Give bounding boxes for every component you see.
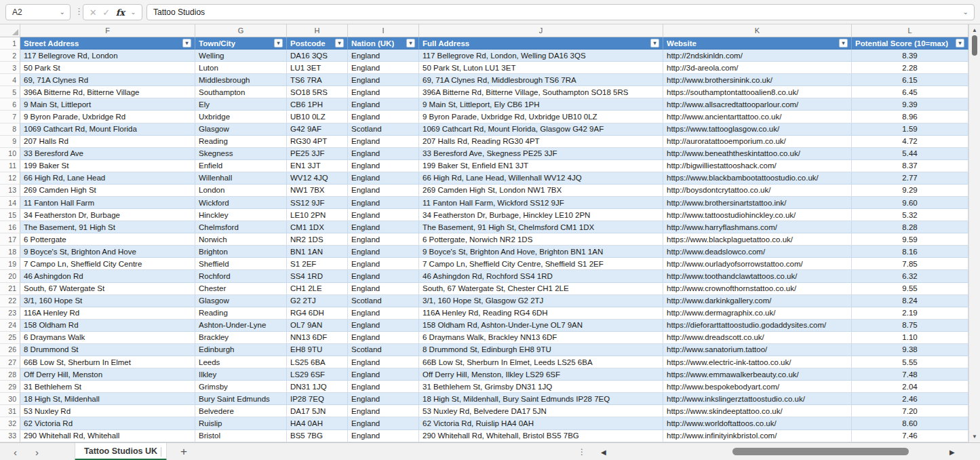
vertical-scrollbar-thumb[interactable]	[972, 35, 977, 56]
cell-F8[interactable]: 1069 Cathcart Rd, Mount Florida	[20, 123, 195, 136]
cell-I14[interactable]: England	[348, 197, 419, 209]
cell-F15[interactable]: 34 Featherston Dr, Burbage	[20, 209, 195, 221]
column-header-L[interactable]: L	[852, 24, 968, 37]
cell-J19[interactable]: 7 Campo Ln, Sheffield City Centre, Sheff…	[419, 258, 663, 270]
cancel-icon[interactable]: ✕	[90, 7, 97, 18]
expand-formula-bar-icon[interactable]: ⌄	[963, 9, 974, 16]
vertical-scrollbar[interactable]: ▲ ▼	[968, 24, 980, 442]
column-header-I[interactable]: I	[348, 24, 419, 37]
cell-L3[interactable]: 2.28	[852, 62, 968, 74]
cell-L6[interactable]: 9.39	[852, 98, 968, 111]
cell-G32[interactable]: Ruislip	[195, 417, 287, 429]
cell-J6[interactable]: 9 Main St, Littleport, Ely CB6 1PH	[419, 98, 663, 111]
cell-K27[interactable]: https://www.electric-ink-tattoo.co.uk/	[663, 356, 852, 368]
row-header-8[interactable]: 8	[0, 123, 20, 136]
cell-G4[interactable]: Middlesbrough	[195, 74, 287, 86]
cell-G25[interactable]: Brackley	[195, 332, 287, 344]
cell-H21[interactable]: CH1 2LE	[287, 283, 348, 295]
cell-L7[interactable]: 8.96	[852, 111, 968, 123]
cell-H10[interactable]: PE25 3JF	[287, 148, 348, 160]
row-header-13[interactable]: 13	[0, 185, 20, 197]
cell-G12[interactable]: Willenhall	[195, 172, 287, 185]
cell-L23[interactable]: 2.19	[852, 307, 968, 320]
filter-button-H[interactable]: ▾	[335, 39, 344, 47]
cell-J5[interactable]: 396A Bitterne Rd, Bitterne Village, Sout…	[419, 86, 663, 98]
cell-G9[interactable]: Reading	[195, 136, 287, 148]
row-header-27[interactable]: 27	[0, 356, 20, 368]
cell-I25[interactable]: England	[348, 332, 419, 344]
cell-H7[interactable]: UB10 0LZ	[287, 111, 348, 123]
cell-H33[interactable]: BS5 7BG	[287, 430, 348, 442]
cell-H14[interactable]: SS12 9JF	[287, 197, 348, 209]
column-header-G[interactable]: G	[195, 24, 287, 37]
cell-I29[interactable]: England	[348, 381, 419, 393]
cell-G3[interactable]: Luton	[195, 62, 287, 74]
row-header-16[interactable]: 16	[0, 221, 20, 233]
cell-J3[interactable]: 50 Park St, Luton LU1 3ET	[419, 62, 663, 74]
cell-K28[interactable]: https://www.emmawalkerbeauty.co.uk/	[663, 368, 852, 381]
header-cell-K[interactable]: Website▾	[663, 37, 852, 50]
cell-I10[interactable]: England	[348, 148, 419, 160]
cell-K2[interactable]: http://2ndskinldn.com/	[663, 50, 852, 62]
add-sheet-icon[interactable]: +	[180, 443, 187, 460]
cell-H29[interactable]: DN31 1JQ	[287, 381, 348, 393]
cell-J9[interactable]: 207 Halls Rd, Reading RG30 4PT	[419, 136, 663, 148]
cell-J12[interactable]: 66 High Rd, Lane Head, Willenhall WV12 4…	[419, 172, 663, 185]
cell-J10[interactable]: 33 Beresford Ave, Skegness PE25 3JF	[419, 148, 663, 160]
prev-sheet-icon[interactable]: ‹	[14, 443, 17, 460]
cell-K30[interactable]: http://www.inkslingerztattoostudio.co.uk…	[663, 393, 852, 405]
cell-F28[interactable]: Off Derry Hill, Menston	[20, 368, 195, 381]
cell-H31[interactable]: DA17 5JN	[287, 405, 348, 417]
row-header-7[interactable]: 7	[0, 111, 20, 123]
cell-H12[interactable]: WV12 4JQ	[287, 172, 348, 185]
cell-F9[interactable]: 207 Halls Rd	[20, 136, 195, 148]
cell-G18[interactable]: Brighton	[195, 246, 287, 258]
cell-I4[interactable]: England	[348, 74, 419, 86]
cell-F6[interactable]: 9 Main St, Littleport	[20, 98, 195, 111]
cell-I33[interactable]: England	[348, 430, 419, 442]
row-header-17[interactable]: 17	[0, 233, 20, 246]
cell-F13[interactable]: 269 Camden High St	[20, 185, 195, 197]
cell-I9[interactable]: England	[348, 136, 419, 148]
row-header-21[interactable]: 21	[0, 283, 20, 295]
cell-L4[interactable]: 6.15	[852, 74, 968, 86]
cell-L32[interactable]: 8.60	[852, 417, 968, 429]
cell-F25[interactable]: 6 Draymans Walk	[20, 332, 195, 344]
cell-J16[interactable]: The Basement, 91 High St, Chelmsford CM1…	[419, 221, 663, 233]
cell-F7[interactable]: 9 Byron Parade, Uxbridge Rd	[20, 111, 195, 123]
scroll-down-icon[interactable]: ▼	[969, 434, 980, 440]
cell-J28[interactable]: Off Derry Hill, Menston, Ilkley LS29 6SF	[419, 368, 663, 381]
cell-K26[interactable]: http://www.sanatorium.tattoo/	[663, 344, 852, 356]
insert-function-icon[interactable]: fx	[116, 7, 125, 18]
cell-I3[interactable]: England	[348, 62, 419, 74]
formula-input[interactable]: Tattoo Studios ⌄	[146, 4, 975, 20]
cell-K7[interactable]: http://www.ancientarttattoo.co.uk/	[663, 111, 852, 123]
cell-J14[interactable]: 11 Fanton Hall Farm, Wickford SS12 9JF	[419, 197, 663, 209]
cell-L15[interactable]: 5.32	[852, 209, 968, 221]
cell-F17[interactable]: 6 Pottergate	[20, 233, 195, 246]
cell-G2[interactable]: Welling	[195, 50, 287, 62]
cell-F23[interactable]: 116A Henley Rd	[20, 307, 195, 320]
cell-H27[interactable]: LS25 6BA	[287, 356, 348, 368]
cell-H6[interactable]: CB6 1PH	[287, 98, 348, 111]
cell-I21[interactable]: England	[348, 283, 419, 295]
cell-I12[interactable]: England	[348, 172, 419, 185]
cell-G5[interactable]: Southampton	[195, 86, 287, 98]
cell-J7[interactable]: 9 Byron Parade, Uxbridge Rd, Uxbridge UB…	[419, 111, 663, 123]
cell-G24[interactable]: Ashton-Under-Lyne	[195, 320, 287, 332]
column-header-H[interactable]: H	[287, 24, 348, 37]
cell-F18[interactable]: 9 Boyce's St, Brighton And Hove	[20, 246, 195, 258]
cell-F21[interactable]: South, 67 Watergate St	[20, 283, 195, 295]
cell-F16[interactable]: The Basement, 91 High St	[20, 221, 195, 233]
name-box[interactable]: A2 ⌄	[5, 4, 71, 20]
cell-J33[interactable]: 290 Whitehall Rd, Whitehall, Bristol BS5…	[419, 430, 663, 442]
cell-H20[interactable]: SS4 1RD	[287, 270, 348, 282]
cell-L10[interactable]: 5.44	[852, 148, 968, 160]
cell-I15[interactable]: England	[348, 209, 419, 221]
cell-L26[interactable]: 9.38	[852, 344, 968, 356]
cell-L21[interactable]: 9.55	[852, 283, 968, 295]
cell-L28[interactable]: 7.48	[852, 368, 968, 381]
row-header-15[interactable]: 15	[0, 209, 20, 221]
cell-G15[interactable]: Hinckley	[195, 209, 287, 221]
cell-G8[interactable]: Glasgow	[195, 123, 287, 136]
